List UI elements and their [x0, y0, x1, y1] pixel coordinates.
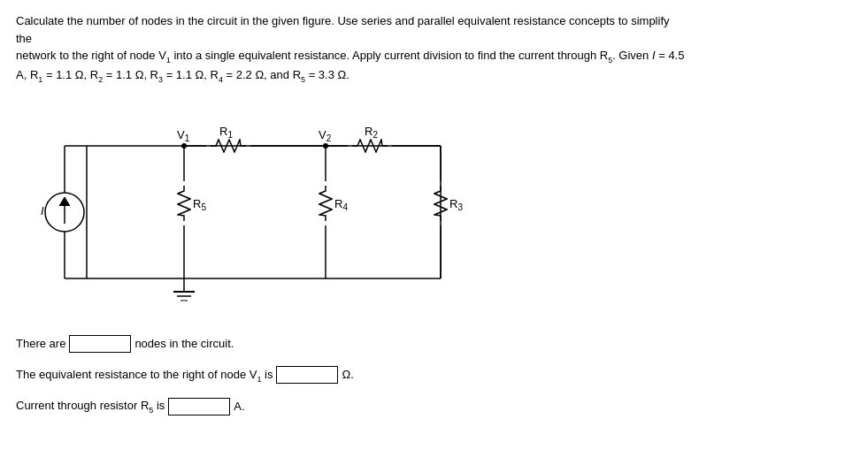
q1-answer-input[interactable] [69, 335, 131, 353]
r4-label: R4 [334, 197, 348, 212]
q3-prefix: Current through resistor R5 is [16, 393, 165, 419]
question-2: The equivalent resistance to the right o… [16, 362, 852, 388]
problem-line2: network to the right of node V1 into a s… [16, 49, 684, 62]
current-label: I [41, 204, 44, 217]
r1-label: R1 [219, 125, 233, 140]
q1-prefix: There are [16, 332, 65, 357]
questions-section: There are nodes in the circuit. The equi… [16, 332, 852, 419]
v1-label: V1 [177, 128, 190, 143]
problem-line3: A, R1 = 1.1 Ω, R2 = 1.1 Ω, R3 = 1.1 Ω, R… [16, 68, 350, 81]
q3-suffix: A. [234, 394, 244, 420]
r2-label: R2 [365, 125, 378, 140]
r3-label: R3 [449, 197, 463, 212]
q2-answer-input[interactable] [276, 366, 338, 384]
q1-suffix: nodes in the circuit. [134, 332, 234, 357]
question-3: Current through resistor R5 is A. [16, 393, 852, 419]
problem-line1: Calculate the number of nodes in the cir… [16, 14, 670, 45]
question-1: There are nodes in the circuit. [16, 332, 852, 357]
problem-statement: Calculate the number of nodes in the cir… [16, 12, 688, 86]
q3-answer-input[interactable] [168, 398, 230, 415]
v2-label: V2 [319, 128, 332, 143]
circuit-diagram: I V1 [34, 102, 529, 305]
q2-prefix: The equivalent resistance to the right o… [16, 362, 273, 388]
r5-label: R5 [193, 197, 206, 212]
q2-suffix: Ω. [342, 362, 353, 388]
